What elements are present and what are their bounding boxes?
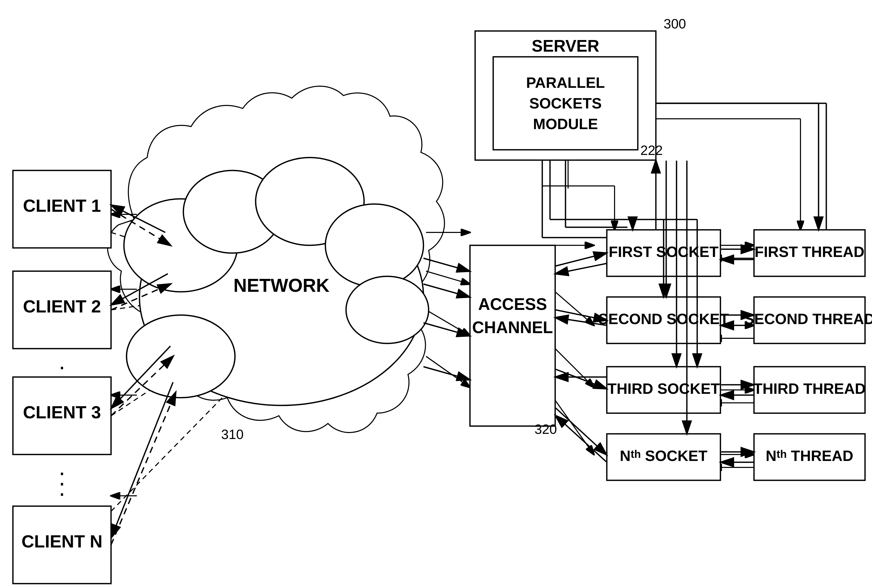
svg-rect-101 [607, 367, 721, 413]
svg-text:·: · [58, 354, 65, 380]
svg-line-12 [426, 310, 470, 336]
svg-line-117 [556, 263, 607, 274]
svg-point-46 [127, 315, 235, 398]
svg-text:300: 300 [664, 16, 686, 31]
svg-line-77 [424, 323, 469, 336]
svg-line-16 [555, 349, 594, 387]
svg-text:PARALLEL: PARALLEL [526, 74, 605, 91]
svg-text:SECOND SOCKET: SECOND SOCKET [598, 310, 729, 327]
svg-text:CLIENT 1: CLIENT 1 [23, 196, 101, 215]
diagram: NETWORK 310 CLIENT 1 CLIENT 2 · · · CLIE… [0, 0, 872, 588]
svg-line-15 [555, 292, 594, 326]
svg-text:CLIENT 2: CLIENT 2 [23, 297, 101, 316]
svg-rect-103 [607, 434, 721, 480]
svg-text:MODULE: MODULE [533, 116, 598, 132]
svg-rect-109 [754, 367, 865, 413]
svg-rect-105 [754, 230, 865, 276]
svg-line-75 [424, 258, 469, 271]
svg-text:·: · [58, 459, 65, 485]
svg-line-76 [424, 284, 469, 297]
svg-text:Nth THREAD: Nth THREAD [766, 447, 853, 464]
svg-line-9 [111, 387, 232, 511]
svg-text:FIRST SOCKET: FIRST SOCKET [608, 243, 718, 260]
svg-line-69 [111, 393, 175, 545]
svg-line-70 [112, 382, 173, 537]
svg-line-5 [111, 292, 232, 310]
svg-line-7 [111, 336, 232, 416]
svg-line-118 [556, 318, 607, 326]
svg-text:THIRD THREAD: THIRD THREAD [754, 380, 866, 397]
svg-point-42 [183, 170, 282, 253]
svg-text:ACCESS: ACCESS [478, 295, 547, 314]
svg-text:310: 310 [221, 427, 244, 442]
main-svg: NETWORK 310 CLIENT 1 CLIENT 2 · · · CLIE… [0, 0, 872, 588]
svg-line-3 [111, 232, 232, 271]
svg-line-64 [112, 205, 165, 232]
svg-line-63 [111, 209, 171, 245]
svg-text:THIRD SOCKET: THIRD SOCKET [608, 380, 720, 397]
svg-line-13 [426, 356, 470, 387]
svg-rect-82 [493, 57, 638, 150]
svg-text:FIRST THREAD: FIRST THREAD [755, 243, 864, 260]
svg-text:Nth SOCKET: Nth SOCKET [620, 447, 707, 464]
svg-rect-61 [13, 506, 111, 584]
svg-text:CLIENT 3: CLIENT 3 [23, 402, 101, 422]
svg-rect-79 [475, 31, 656, 160]
svg-text:222: 222 [640, 143, 663, 158]
svg-line-11 [426, 271, 470, 284]
svg-rect-51 [13, 271, 111, 349]
svg-line-17 [555, 400, 594, 454]
svg-point-41 [124, 199, 238, 292]
svg-rect-111 [754, 434, 865, 480]
svg-rect-97 [607, 230, 721, 276]
svg-line-114 [556, 310, 606, 320]
svg-point-40 [139, 189, 424, 405]
svg-text:NETWORK: NETWORK [234, 275, 330, 296]
svg-rect-107 [754, 297, 865, 344]
svg-point-44 [325, 204, 424, 286]
svg-line-66 [112, 274, 168, 305]
svg-text:CHANNEL: CHANNEL [472, 318, 553, 337]
svg-line-78 [424, 367, 469, 380]
svg-line-68 [112, 346, 171, 408]
svg-text:CLIENT N: CLIENT N [21, 531, 102, 551]
svg-line-67 [111, 356, 173, 416]
svg-line-115 [556, 369, 606, 388]
svg-rect-71 [470, 245, 555, 426]
svg-text:320: 320 [535, 422, 557, 436]
svg-rect-99 [607, 297, 721, 344]
svg-text:·: · [58, 470, 65, 495]
svg-text:SECOND THREAD: SECOND THREAD [744, 310, 872, 327]
svg-line-116 [556, 408, 606, 454]
svg-line-120 [556, 416, 607, 462]
svg-text:·: · [58, 364, 65, 390]
svg-point-45 [346, 276, 429, 344]
svg-point-43 [256, 158, 364, 245]
arrows-layer [0, 0, 872, 588]
svg-rect-56 [13, 377, 111, 454]
svg-text:SOCKETS: SOCKETS [529, 95, 602, 111]
svg-text:SERVER: SERVER [532, 37, 599, 55]
svg-text:·: · [58, 374, 65, 400]
svg-line-65 [111, 284, 171, 310]
svg-text:·: · [58, 480, 65, 506]
svg-line-113 [556, 253, 606, 266]
svg-rect-49 [13, 170, 111, 248]
